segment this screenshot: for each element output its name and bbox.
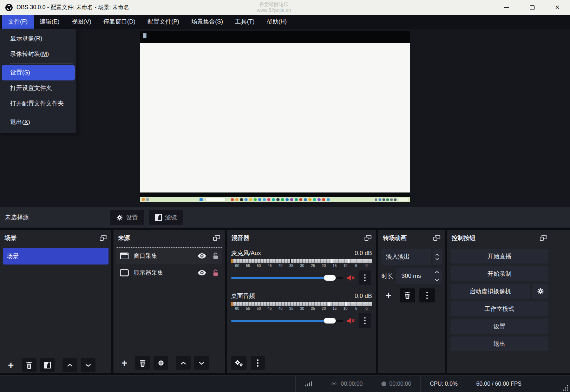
captured-search-box: [205, 198, 226, 201]
close-icon: ×: [555, 4, 560, 11]
volume-slider-handle[interactable]: [324, 318, 336, 324]
add-scene-button[interactable]: +: [4, 358, 18, 372]
move-source-down-button[interactable]: [194, 356, 209, 370]
file-menu-open-profile-folder[interactable]: 打开配置文件文件夹: [0, 96, 76, 111]
file-menu-show-recordings[interactable]: 显示录像(R): [0, 31, 76, 46]
menu-docks[interactable]: 停靠窗口(D): [97, 15, 142, 29]
mixer-dock-header: 混音器: [227, 230, 376, 246]
sources-dock: 来源 窗口采集 显示器采集: [113, 230, 225, 373]
source-properties-toolbar-button[interactable]: [153, 356, 168, 370]
channel-options-button[interactable]: [359, 270, 371, 285]
minimize-button[interactable]: [494, 0, 519, 15]
signal-bars-icon: [305, 381, 312, 386]
source-properties-button[interactable]: 设置: [110, 210, 144, 225]
chevron-up-icon: [67, 364, 73, 367]
remove-transition-button[interactable]: [400, 288, 415, 302]
file-menu-open-settings-folder[interactable]: 打开设置文件夹: [0, 80, 76, 96]
move-scene-up-button[interactable]: [63, 358, 77, 372]
popout-icon[interactable]: [365, 235, 372, 241]
lock-icon[interactable]: [213, 252, 218, 260]
connection-status-cell: [296, 375, 321, 392]
menu-profile[interactable]: 配置文件(P): [142, 15, 185, 29]
mixer-options-button[interactable]: [251, 356, 265, 370]
filter-icon: [155, 214, 162, 221]
start-virtual-camera-button[interactable]: 启动虚拟摄像机: [451, 284, 530, 299]
scene-filters-button[interactable]: [40, 358, 55, 372]
virtual-camera-settings-button[interactable]: [532, 284, 548, 299]
add-source-button[interactable]: +: [117, 356, 132, 370]
add-transition-button[interactable]: +: [381, 288, 395, 302]
meter-scale: -60-55-50-45-40-35-30-25-20-15-10-50: [231, 306, 372, 311]
source-name: 显示器采集: [133, 269, 163, 277]
scene-list-item[interactable]: 场景: [3, 248, 109, 264]
stream-time-cell: 00:00:00: [321, 375, 372, 392]
transitions-dock-title: 转场动画: [383, 234, 407, 242]
close-button[interactable]: ×: [545, 0, 570, 15]
preview-region: [0, 29, 570, 207]
volume-slider-handle[interactable]: [324, 275, 336, 281]
move-scene-down-button[interactable]: [81, 358, 96, 372]
start-streaming-button[interactable]: 开始直播: [451, 249, 548, 263]
kebab-icon: [257, 359, 259, 367]
window-title: OBS 30.0.0 - 配置文件: 未命名 - 场景: 未命名: [17, 4, 129, 11]
volume-slider[interactable]: [231, 318, 343, 324]
file-menu-exit[interactable]: 退出(X): [0, 115, 76, 130]
advanced-audio-button[interactable]: [231, 356, 247, 370]
visibility-eye-icon[interactable]: [198, 270, 206, 275]
volume-slider[interactable]: [231, 275, 343, 281]
mixer-dock-title: 混音器: [231, 234, 249, 242]
duration-spinbox[interactable]: 300 ms: [396, 268, 442, 284]
mute-speaker-icon[interactable]: [347, 274, 355, 281]
maximize-button[interactable]: [519, 0, 545, 15]
file-menu-settings[interactable]: 设置(S): [2, 65, 75, 80]
captured-window-icon: [143, 33, 146, 38]
watermark: 吾爱破解论坛 www.52pojie.cn: [242, 1, 306, 13]
cpu-usage: CPU: 0.0%: [430, 381, 458, 387]
captured-window-body: [140, 43, 410, 192]
preview-canvas[interactable]: [140, 31, 410, 202]
menu-help[interactable]: 帮助(H): [261, 15, 293, 29]
source-row-window-capture[interactable]: 窗口采集: [116, 247, 222, 264]
lock-icon[interactable]: [213, 269, 218, 276]
mute-speaker-icon[interactable]: [347, 317, 355, 324]
transition-options-button[interactable]: [419, 288, 435, 302]
menu-edit[interactable]: 编辑(E): [34, 15, 66, 29]
captured-taskbar-search: [199, 198, 226, 201]
popout-icon[interactable]: [540, 235, 547, 241]
maximize-icon: [530, 5, 535, 10]
channel-options-button[interactable]: [359, 313, 371, 328]
menu-view[interactable]: 视图(V): [65, 15, 97, 29]
settings-button[interactable]: 设置: [451, 319, 548, 334]
exit-button[interactable]: 退出: [451, 337, 548, 351]
start-recording-button[interactable]: 开始录制: [451, 266, 548, 281]
transition-select-spinner[interactable]: [433, 249, 442, 265]
gear-icon: [537, 288, 544, 295]
transition-select[interactable]: 淡入淡出: [381, 249, 431, 265]
channel-name: 麦克风/Aux: [231, 249, 261, 257]
file-menu-remux[interactable]: 录像转封装(M): [0, 46, 76, 62]
gears-icon: [235, 360, 243, 367]
visibility-eye-icon[interactable]: [198, 253, 206, 259]
meter-scale: -60-55-50-45-40-35-30-25-20-15-10-50: [231, 263, 372, 268]
channel-db-value: 0.0 dB: [355, 293, 372, 300]
menu-file[interactable]: 文件(F): [2, 15, 34, 29]
studio-mode-button[interactable]: 工作室模式: [451, 301, 548, 316]
duration-spin-arrows[interactable]: [434, 268, 439, 284]
volume-meter: [231, 259, 372, 263]
broadcast-icon: [330, 381, 338, 386]
popout-icon[interactable]: [433, 235, 440, 241]
menu-tools[interactable]: 工具(T): [229, 15, 261, 29]
remove-scene-button[interactable]: [22, 358, 37, 372]
remove-source-button[interactable]: [135, 356, 150, 370]
menu-scene-collection[interactable]: 场景集合(S): [185, 15, 229, 29]
scenes-dock: 场景 场景 +: [0, 230, 111, 373]
popout-icon[interactable]: [213, 235, 220, 241]
cpu-usage-cell: CPU: 0.0%: [421, 375, 467, 392]
chevron-down-icon: [434, 279, 439, 281]
source-row-display-capture[interactable]: 显示器采集: [116, 264, 222, 281]
source-filters-button[interactable]: 滤镜: [149, 210, 183, 225]
resize-grip[interactable]: [563, 385, 568, 391]
record-time-cell: 00:00:00: [372, 375, 420, 392]
popout-icon[interactable]: [100, 235, 107, 241]
move-source-up-button[interactable]: [176, 356, 191, 370]
